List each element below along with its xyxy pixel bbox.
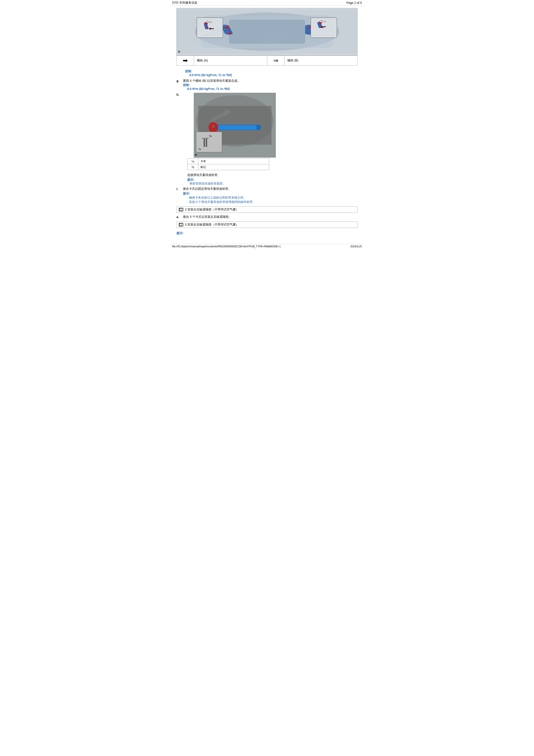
connect-hint-label: 提示:	[187, 178, 194, 181]
page-info: Page 2 of 5	[346, 1, 362, 5]
section3-header: 3.安装右后纵梁隔垫（不带帘式空气囊）	[176, 222, 358, 228]
svg-rect-33	[206, 138, 207, 147]
svg-rect-13	[311, 18, 337, 38]
step-i: i. 接合卡爪以固定滑动天窗排放软管。 提示: 确保卡夹在标记上或标记和软管末端…	[176, 187, 358, 204]
step-i-letter: i.	[176, 187, 183, 191]
parts-desc-a: 卡夹	[198, 158, 269, 164]
step-g-torque-value: 8.0 N*m (82 kgf*cm, 71 in.*lbf)	[187, 87, 358, 91]
step-a-text: 接合 5 个卡爪以安装左后纵梁隔垫。	[183, 215, 358, 219]
step-i-content: 接合卡爪以固定滑动天窗排放软管。 提示: 确保卡夹在标记上或标记和软管末端之间。…	[183, 187, 358, 204]
svg-point-30	[213, 126, 215, 128]
step-g-torque-label: 扭矩:	[183, 83, 358, 87]
torque-label-1: 扭矩:	[185, 69, 358, 73]
parts-desc-b: 标记	[198, 164, 269, 170]
bullet-1: 确保卡夹在标记上或标记和软管末端之间。	[187, 196, 358, 200]
section3-title: 3.安装右后纵梁隔垫（不带帘式空气囊）	[185, 223, 239, 227]
outline-arrow-icon: ⇒	[273, 57, 278, 64]
footer-date: 2018/11/5	[350, 245, 362, 248]
svg-rect-26	[213, 125, 256, 130]
parts-row-a: *a 卡夹	[188, 158, 269, 164]
step-g-text: 紧固 4 个螺栓 (B) 以安装滑动天窗架总成。	[183, 79, 358, 83]
arrow-a-cell: ➡	[177, 56, 194, 66]
step-h-photo: *b *a P qixiu88	[194, 93, 276, 157]
step-g: g. 紧固 4 个螺栓 (B) 以安装滑动天窗架总成。 扭矩: 8.0 N*m …	[176, 79, 358, 91]
torque-block-1: 扭矩: 8.0 N*m (82 kgf*cm, 71 in.*lbf)	[185, 69, 358, 77]
section3-icon	[179, 223, 183, 227]
arrow-b-cell: ⇒	[267, 56, 284, 66]
top-car-image: P www.qixiu88.com 汽修巴巴	[176, 8, 358, 55]
svg-text:P: P	[195, 153, 197, 156]
section2-wrap: 2.安装左后纵梁隔垫（不带帘式空气囊） a. 接合 5 个卡爪以安装左后纵梁隔垫…	[176, 206, 358, 219]
step-h-letter: h.	[176, 93, 183, 96]
legend-table: ➡ 螺栓 (A) ⇒ 螺栓 (B)	[176, 55, 358, 66]
svg-text:P: P	[178, 50, 180, 53]
step-i-text: 接合卡爪以固定滑动天窗排放软管。	[183, 187, 358, 191]
bullet-2: 其他 3 个滑动天窗排放软管使用相同的操作程序。	[187, 200, 358, 204]
section2-header: 2.安装左后纵梁隔垫（不带帘式空气囊）	[176, 206, 358, 213]
section2-title: 2.安装左后纵梁隔垫（不带帘式空气囊）	[185, 208, 239, 211]
connect-text: 连接滑动天窗排放软管。 提示: 将软管滑至排放软管底部。	[187, 173, 358, 186]
page-content: P www.qixiu88.com 汽修巴巴 ➡ 螺栓 (A) ⇒ 螺栓 (B)…	[170, 6, 364, 240]
parts-table: *a 卡夹 *b 标记	[187, 158, 269, 170]
parts-ref-b: *b	[188, 164, 198, 170]
bottom-hint: 提示:	[176, 231, 358, 235]
step-g-letter: g.	[176, 79, 183, 83]
step-a-content: 接合 5 个卡爪以安装左后纵梁隔垫。	[183, 215, 358, 219]
connect-main-text: 连接滑动天窗排放软管。	[187, 173, 358, 177]
svg-text:*b: *b	[209, 135, 212, 138]
step-g-content: 紧固 4 个螺栓 (B) 以安装滑动天窗架总成。 扭矩: 8.0 N*m (82…	[183, 79, 358, 91]
svg-point-10	[207, 27, 209, 29]
parts-row-b: *b 标记	[188, 164, 269, 170]
torque-value-1: 8.0 N*m (82 kgf*cm, 71 in.*lbf)	[190, 73, 358, 77]
legend-b-label: 螺栓 (B)	[284, 56, 358, 66]
step-a-letter: a.	[176, 215, 183, 219]
page-header: 打印-丰田服务信息 Page 2 of 5	[170, 0, 364, 6]
step-i-hint-label: 提示:	[183, 192, 190, 195]
svg-text:*a: *a	[198, 148, 201, 151]
solid-arrow-icon: ➡	[183, 57, 188, 64]
page-footer: file:///E:/data/ch/manual/repair/content…	[170, 244, 364, 249]
step-a: a. 接合 5 个卡爪以安装左后纵梁隔垫。	[176, 215, 358, 219]
legend-a-label: 螺栓 (A)	[194, 56, 267, 66]
step-h: h.	[176, 93, 358, 157]
svg-rect-32	[204, 138, 205, 147]
connect-hint-text: 将软管滑至排放软管底部。	[190, 182, 358, 186]
svg-point-5	[229, 32, 231, 35]
connect-hint: 提示: 将软管滑至排放软管底部。	[187, 178, 358, 186]
bottom-hint-label: 提示:	[176, 231, 184, 235]
section2-icon	[179, 208, 183, 211]
section3-wrap: 3.安装右后纵梁隔垫（不带帘式空气囊）	[176, 222, 358, 228]
parts-ref-a: *a	[188, 158, 198, 164]
footer-url: file:///E:/data/ch/manual/repair/content…	[172, 245, 281, 248]
step-i-hint: 提示: 确保卡夹在标记上或标记和软管末端之间。 其他 3 个滑动天窗排放软管使用…	[183, 192, 358, 204]
page-title: 打印-丰田服务信息	[172, 1, 197, 5]
svg-rect-34	[202, 138, 209, 139]
step-i-bullet-list: 确保卡夹在标记上或标记和软管末端之间。 其他 3 个滑动天窗排放软管使用相同的操…	[183, 196, 358, 204]
